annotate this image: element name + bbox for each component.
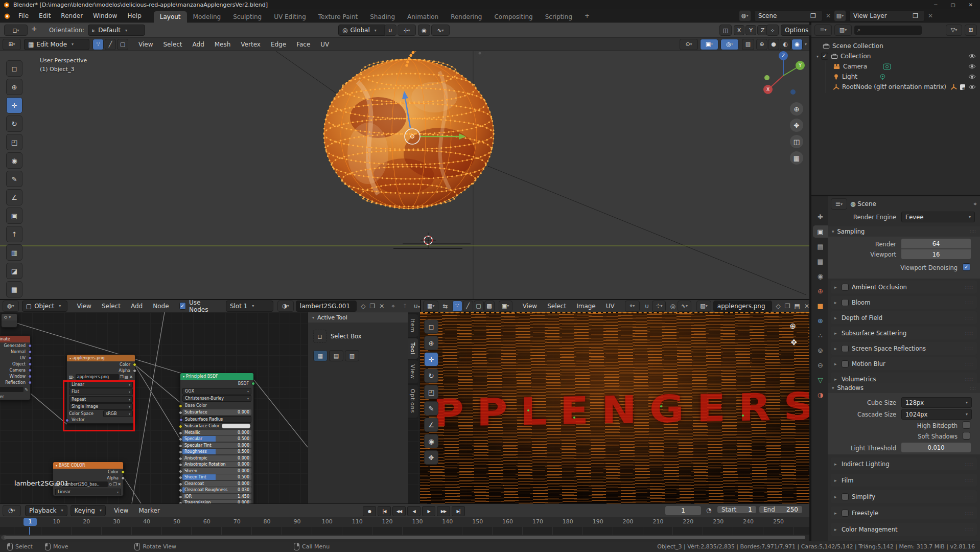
workspace-tab[interactable]: UV Editing bbox=[268, 11, 312, 22]
shading-solid-icon[interactable]: ● bbox=[768, 39, 779, 50]
pin-icon[interactable]: ⌖ bbox=[391, 303, 395, 310]
timeline-editor-type-icon[interactable]: ◔▾ bbox=[3, 505, 21, 516]
tool-button-extrude-region[interactable]: ↑ bbox=[6, 226, 22, 242]
sampling-section-header[interactable]: ▾ Sampling :::: bbox=[828, 226, 980, 237]
uv-menu-item[interactable]: Select bbox=[542, 303, 571, 310]
visibility-eye-icon[interactable] bbox=[968, 84, 976, 89]
input-socket[interactable] bbox=[179, 431, 182, 435]
properties-tab-tab-tool[interactable]: ✚ bbox=[813, 211, 828, 223]
unlink-material-icon[interactable]: ✕ bbox=[379, 303, 384, 310]
move-gizmo-icon[interactable]: ✛ bbox=[32, 26, 37, 33]
bsdf-output-socket[interactable] bbox=[251, 382, 255, 385]
bsdf-input-row[interactable]: Anisotropic Rotation 0.000 bbox=[182, 462, 251, 467]
uv-sticky-icon[interactable]: ▣▾ bbox=[499, 301, 512, 312]
active-tool-icon[interactable]: ◻▾ bbox=[4, 25, 28, 36]
input-socket[interactable] bbox=[179, 411, 182, 415]
camera-data-icon[interactable] bbox=[883, 63, 891, 70]
shading-rendered-icon[interactable]: ◉ bbox=[791, 39, 803, 50]
tool-button-measure[interactable]: ∠ bbox=[6, 189, 22, 205]
edge-select-mode-icon[interactable]: ╱ bbox=[105, 39, 116, 50]
image-browse-icon[interactable]: ▨▾ bbox=[69, 375, 75, 379]
timeline-marker-menu[interactable]: Marker bbox=[133, 507, 165, 514]
collection-checkbox[interactable]: ✓ bbox=[821, 53, 828, 60]
scene-browse-icon[interactable]: ◍▾ bbox=[739, 10, 751, 21]
section-checkbox[interactable] bbox=[842, 360, 849, 367]
properties-tab-tab-view-layer[interactable]: ▦ bbox=[813, 255, 828, 267]
light-threshold-field[interactable]: 0.010 bbox=[901, 443, 971, 452]
workspace-tab[interactable]: Compositing bbox=[488, 11, 539, 22]
color-space-dropdown[interactable]: sRGB bbox=[103, 410, 133, 417]
viewport-menu-item[interactable]: Mesh bbox=[209, 41, 236, 48]
select-mode-extend-icon[interactable]: ▤ bbox=[329, 350, 343, 361]
menu-item[interactable]: File bbox=[13, 12, 34, 19]
interpolation-dropdown[interactable]: Linear bbox=[55, 489, 121, 495]
face-select-mode-icon[interactable]: ▢ bbox=[117, 39, 128, 50]
high-bitdepth-checkbox[interactable] bbox=[963, 421, 970, 429]
workspace-tab[interactable]: Scripting bbox=[539, 11, 578, 22]
pivot-dropdown[interactable]: ◎ Global bbox=[338, 25, 386, 36]
sidebar-tab[interactable]: Item bbox=[408, 314, 418, 337]
collapsed-section[interactable]: ▸ Depth of Field :::: bbox=[831, 311, 977, 324]
snap-settings-icon[interactable]: ⊹▾ bbox=[398, 25, 416, 36]
playback-control-button[interactable]: ▶ bbox=[422, 506, 435, 516]
ortho-toggle-icon[interactable]: ▦ bbox=[790, 151, 803, 165]
bsdf-input-row[interactable]: Sheen Tint 0.500 bbox=[182, 474, 251, 480]
uv-tool-button-pan[interactable]: ✥ bbox=[424, 450, 438, 465]
input-socket[interactable] bbox=[179, 457, 182, 461]
image-setting-dropdown[interactable]: Repeat bbox=[69, 396, 133, 403]
copy-material-icon[interactable]: ❐ bbox=[370, 303, 376, 310]
timeline-scrollbar[interactable] bbox=[0, 535, 809, 541]
eyedropper-icon[interactable]: ✎ bbox=[25, 387, 28, 392]
output-socket[interactable] bbox=[28, 381, 32, 384]
tool-button-inset-faces[interactable]: ▥ bbox=[6, 244, 22, 261]
output-socket[interactable] bbox=[28, 369, 32, 372]
select-mode-new-icon[interactable]: ▦ bbox=[313, 350, 328, 361]
menu-item[interactable]: Window bbox=[88, 12, 122, 19]
uv-face-mode-icon[interactable]: ▢ bbox=[474, 301, 484, 312]
uv-pan-icon[interactable]: ✥ bbox=[790, 338, 797, 347]
copy-image-icon[interactable]: ❐ bbox=[113, 482, 116, 487]
playback-control-button[interactable]: ◀ bbox=[407, 506, 421, 516]
viewport-samples-field[interactable]: 16 bbox=[901, 249, 971, 259]
tool-button-scale[interactable]: ◰ bbox=[6, 134, 22, 150]
timeline-tick-area[interactable] bbox=[0, 527, 809, 535]
uv-editor-type-icon[interactable]: ▦▾ bbox=[423, 301, 438, 312]
uv-proportional-icon[interactable]: ◎ bbox=[670, 303, 675, 310]
pin-id-icon[interactable]: ⌖ bbox=[973, 200, 977, 208]
viewport-menu-item[interactable]: UV bbox=[315, 41, 334, 48]
bsdf-input-row[interactable]: Subsurface Color bbox=[182, 423, 251, 429]
filter-funnel-icon[interactable]: ▽▾ bbox=[946, 25, 962, 36]
viewport-menu-item[interactable]: Select bbox=[158, 41, 187, 48]
collapsed-section[interactable]: ▸ Color Management :::: bbox=[831, 523, 977, 536]
shading-dropdown-icon[interactable]: ▾ bbox=[805, 42, 807, 47]
collapsed-section[interactable]: ▸ Subsurface Scattering :::: bbox=[831, 327, 977, 339]
input-socket[interactable] bbox=[179, 450, 182, 454]
outliner-search-input[interactable]: ⌕ bbox=[854, 26, 922, 35]
workspace-tab[interactable]: Layout bbox=[154, 11, 187, 22]
output-socket[interactable] bbox=[28, 362, 32, 366]
gizmos-toggle-icon[interactable]: ▣▾ bbox=[700, 39, 718, 50]
playback-control-button[interactable]: ● bbox=[363, 506, 376, 516]
section-checkbox[interactable] bbox=[842, 345, 849, 352]
workspace-tab[interactable]: Rendering bbox=[445, 11, 488, 22]
input-socket[interactable] bbox=[179, 463, 182, 467]
workspace-tab[interactable]: Texture Paint bbox=[312, 11, 364, 22]
tool-button-loop-cut[interactable]: ▦ bbox=[6, 281, 22, 297]
uv-island-mode-icon[interactable]: ▩ bbox=[484, 301, 495, 312]
panel-expand-icon[interactable]: ▾ bbox=[312, 315, 314, 320]
proportional-editing-icon[interactable]: ◉ bbox=[418, 25, 430, 36]
shader-menu-item[interactable]: Select bbox=[97, 303, 126, 310]
outliner-row-scene-collection[interactable]: Scene Collection bbox=[815, 41, 976, 51]
color-output-socket[interactable] bbox=[133, 363, 136, 366]
new-collection-icon[interactable]: ⊞ bbox=[965, 25, 977, 36]
shader-menu-item[interactable]: View bbox=[72, 303, 96, 310]
end-frame-field[interactable]: End 250 bbox=[759, 506, 802, 513]
image-setting-dropdown[interactable]: Flat bbox=[69, 388, 133, 395]
bsdf-input-row[interactable]: Roughness 0.500 bbox=[182, 449, 251, 454]
view-layer-selector[interactable]: View Layer ❐ bbox=[849, 10, 925, 21]
playback-control-button[interactable]: ▶▶ bbox=[437, 506, 450, 516]
uv-edge-mode-icon[interactable]: ╱ bbox=[463, 301, 473, 312]
fake-user-shield-icon[interactable]: ◇ bbox=[361, 303, 365, 310]
uv-tool-button-cursor[interactable]: ⊕ bbox=[424, 336, 438, 350]
tool-button-select-box[interactable]: ◻ bbox=[6, 60, 22, 77]
